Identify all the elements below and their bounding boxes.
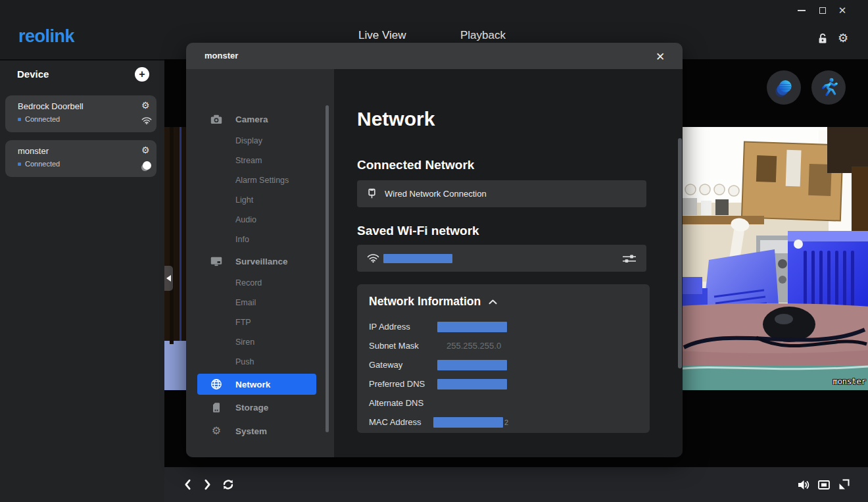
nav-item-storage[interactable]: Storage: [186, 395, 334, 419]
nav-item-light[interactable]: Light: [186, 190, 334, 210]
info-label: Alternate DNS: [369, 398, 437, 408]
nav-item-display[interactable]: Display: [186, 131, 334, 151]
nav-item-alarm-settings[interactable]: Alarm Settings: [186, 170, 334, 190]
nav-label: Alarm Settings: [235, 176, 289, 185]
gear-icon: ⚙: [210, 425, 222, 437]
panel-header[interactable]: Network Information: [369, 295, 637, 309]
nav-item-push[interactable]: Push: [186, 352, 334, 372]
device-settings-button[interactable]: ⚙: [141, 101, 150, 110]
device-settings-modal: monster ✕ Camera Display Stream: [186, 43, 683, 457]
close-icon: ✕: [838, 6, 847, 16]
device-status-label: Connected: [25, 115, 60, 123]
monitor-icon: [210, 255, 222, 267]
modal-title-bar: monster ✕: [186, 43, 683, 69]
globe-icon: [210, 378, 222, 390]
tab-live-view[interactable]: Live View: [358, 29, 406, 42]
nav-item-surveillance[interactable]: Surveillance: [186, 249, 334, 273]
modal-body: Camera Display Stream Alarm Settings Lig…: [186, 69, 683, 457]
info-row-alternate-dns: Alternate DNS: [369, 393, 637, 413]
device-card-bedrock-doorbell[interactable]: Bedrock Doorbell Connected ⚙: [5, 95, 157, 132]
gear-icon: ⚙: [838, 32, 848, 44]
tab-playback[interactable]: Playback: [460, 29, 506, 42]
unlock-button[interactable]: [816, 32, 829, 45]
nav-item-record[interactable]: Record: [186, 273, 334, 293]
wifi-signal-icon: [141, 116, 152, 125]
nav-label: Email: [235, 298, 256, 307]
network-settings-content: Network Connected Network Wired Network …: [334, 69, 683, 457]
nav-label: Surveillance: [235, 257, 288, 266]
next-page-button[interactable]: [199, 467, 216, 502]
redaction-bar: [383, 254, 452, 263]
nav-item-siren[interactable]: Siren: [186, 332, 334, 352]
display-ratio-button[interactable]: [815, 467, 832, 502]
volume-button[interactable]: [795, 467, 812, 502]
info-row-gateway: Gateway: [369, 355, 637, 374]
nav-item-audio[interactable]: Audio: [186, 210, 334, 230]
wired-connection-item[interactable]: Wired Network Connection: [357, 180, 646, 207]
device-card-monster[interactable]: monster Connected ⚙: [5, 140, 157, 177]
chevron-right-icon: [204, 479, 211, 490]
nav-label: Push: [235, 357, 254, 366]
nav-label: FTP: [235, 318, 251, 327]
network-info-rows: IP Address Subnet Mask 255.255.255.0 Gat…: [369, 317, 637, 432]
info-label: Gateway: [369, 360, 437, 370]
redaction-bar: [437, 322, 507, 332]
nav-item-network-selected[interactable]: Network: [197, 374, 316, 395]
motion-alarm-button[interactable]: [767, 70, 801, 105]
content-scrollbar[interactable]: [678, 138, 682, 368]
nav-label: Siren: [235, 338, 254, 347]
reolink-client-window: reolink Live View Playback ✕ ⚙ Device + …: [0, 0, 868, 502]
sidebar-title: Device: [17, 68, 49, 80]
info-label: Preferred DNS: [369, 379, 437, 389]
device-name: monster: [18, 146, 49, 156]
info-label: MAC Address: [369, 417, 437, 427]
previous-page-button[interactable]: [179, 467, 196, 502]
device-status-label: Connected: [25, 160, 60, 168]
nav-item-info[interactable]: Info: [186, 230, 334, 249]
minimize-icon: [798, 10, 806, 11]
running-person-icon: [817, 76, 840, 99]
nav-label: Info: [235, 235, 249, 244]
close-window-button[interactable]: ✕: [834, 4, 851, 17]
reolink-logo: reolink: [18, 26, 74, 47]
maximize-button[interactable]: [814, 4, 831, 17]
redaction-bar: [437, 379, 507, 389]
nav-item-camera[interactable]: Camera: [186, 107, 334, 131]
info-row-mac-address: MAC Address 2: [369, 413, 637, 432]
nav-item-system[interactable]: ⚙ System: [186, 419, 334, 443]
open-padlock-icon: [817, 33, 828, 44]
sidebar-collapse-handle[interactable]: [164, 266, 173, 291]
device-settings-button[interactable]: ⚙: [141, 145, 150, 155]
nav-item-email[interactable]: Email: [186, 293, 334, 313]
wifi-icon: [367, 253, 379, 263]
fullscreen-icon: [838, 479, 850, 490]
page-title: Network: [357, 107, 646, 131]
info-label: Subnet Mask: [369, 341, 437, 351]
connected-network-heading: Connected Network: [357, 157, 646, 173]
nav-item-stream[interactable]: Stream: [186, 151, 334, 170]
sidebar-header: Device +: [0, 61, 164, 91]
motion-ball-icon: [143, 161, 151, 170]
device-status: Connected: [18, 160, 60, 168]
info-value: 255.255.255.0: [446, 341, 501, 351]
nav-item-ftp[interactable]: FTP: [186, 313, 334, 332]
minimize-button[interactable]: [793, 4, 810, 17]
nav-scrollbar[interactable]: [326, 105, 329, 432]
person-detection-button[interactable]: [811, 70, 846, 105]
refresh-streams-button[interactable]: [220, 467, 237, 502]
info-value-suffix: 2: [504, 418, 508, 426]
manage-wifi-button[interactable]: [623, 254, 636, 266]
nav-label: Record: [235, 278, 262, 288]
ratio-icon: [818, 480, 830, 489]
modal-close-button[interactable]: ✕: [653, 49, 667, 64]
saved-wifi-heading: Saved Wi-Fi network: [357, 223, 646, 239]
device-sidebar: Device + Bedrock Doorbell Connected ⚙: [0, 59, 164, 502]
maximize-icon: [819, 7, 826, 14]
settings-button[interactable]: ⚙: [836, 32, 850, 45]
nav-label: System: [235, 426, 267, 436]
status-dot-icon: [18, 118, 21, 121]
fullscreen-button[interactable]: [835, 467, 852, 502]
add-device-button[interactable]: +: [135, 67, 149, 82]
saved-wifi-item[interactable]: [357, 245, 646, 272]
status-dot-icon: [18, 163, 21, 166]
